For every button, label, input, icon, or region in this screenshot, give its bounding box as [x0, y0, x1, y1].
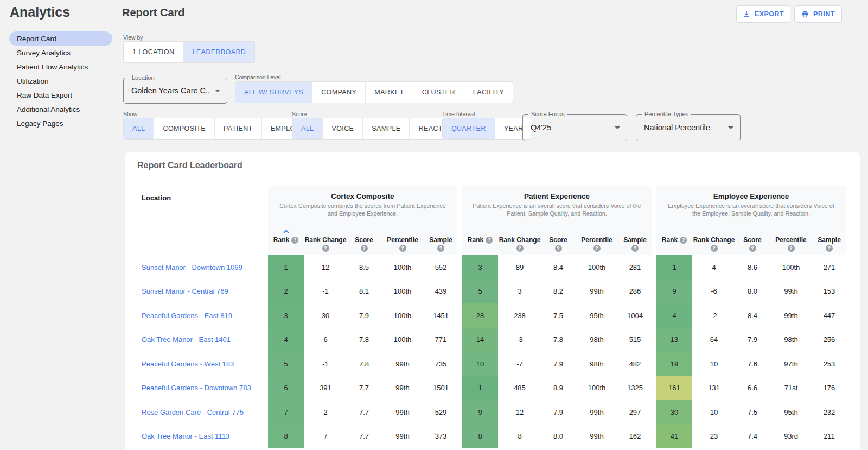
- column-header-sample[interactable]: Sample?: [618, 236, 652, 252]
- help-icon[interactable]: ?: [826, 245, 833, 252]
- cortex-group-cells: 877.799th373: [268, 424, 457, 449]
- toggle-option-all-w-surveys[interactable]: ALL W/ SURVEYS: [235, 82, 312, 103]
- help-icon[interactable]: ?: [486, 237, 493, 244]
- help-icon[interactable]: ?: [322, 245, 329, 252]
- rank-change-cell: 8: [498, 424, 541, 449]
- toggle-option-all[interactable]: ALL: [292, 118, 323, 139]
- column-header-rank-change[interactable]: Rank Change?: [692, 236, 736, 252]
- toggle-option-leaderboard[interactable]: LEADERBOARD: [183, 42, 254, 62]
- column-header-percentile[interactable]: Percentile?: [381, 236, 424, 252]
- toggle-option-patient[interactable]: PATIENT: [215, 118, 262, 139]
- rank-change-cell: 12: [304, 255, 347, 280]
- sidebar-item-additional-analytics[interactable]: Additional Analytics: [9, 102, 112, 116]
- percentile-cell: 99th: [575, 400, 618, 424]
- export-label: EXPORT: [755, 10, 784, 18]
- location-link[interactable]: Oak Tree Manor - East 1113: [142, 432, 229, 440]
- score-cell: 7.4: [736, 424, 769, 449]
- sidebar-item-report-card[interactable]: Report Card: [9, 31, 112, 46]
- toggle-option-market[interactable]: MARKET: [366, 82, 413, 103]
- toggle-option-all[interactable]: ALL: [124, 118, 154, 139]
- location-select-label: Location: [129, 74, 157, 81]
- location-select[interactable]: Location Golden Years Care C...: [123, 78, 227, 104]
- analytics-page: { "app": { "title": "Analytics" }, "side…: [0, 0, 868, 450]
- column-header-rank[interactable]: Rank?: [268, 230, 304, 252]
- toggle-option-sample[interactable]: SAMPLE: [363, 118, 410, 139]
- help-icon[interactable]: ?: [291, 237, 298, 244]
- sidebar-item-raw-data-export[interactable]: Raw Data Export: [9, 88, 112, 102]
- help-icon[interactable]: ?: [711, 245, 718, 252]
- help-icon[interactable]: ?: [749, 245, 756, 252]
- help-icon[interactable]: ?: [399, 245, 406, 252]
- column-header-text: Rank Change: [693, 236, 735, 244]
- score-cell: 8.4: [736, 303, 769, 328]
- toggle-option-1-location[interactable]: 1 LOCATION: [124, 42, 183, 62]
- rank-cell: 9: [656, 280, 692, 304]
- percentile-cell: 100th: [381, 328, 424, 352]
- help-icon[interactable]: ?: [516, 245, 524, 252]
- column-header-rank-change[interactable]: Rank Change?: [304, 236, 347, 252]
- column-header-rank[interactable]: Rank?: [462, 236, 498, 252]
- column-header-sample[interactable]: Sample?: [813, 236, 846, 252]
- location-link[interactable]: Rose Garden Care - Central 775: [142, 408, 244, 416]
- location-select-value: Golden Years Care C...: [131, 86, 210, 95]
- location-link[interactable]: Sunset Manor - Downtown 1069: [142, 263, 242, 271]
- location-link[interactable]: Oak Tree Manor - East 1401: [142, 335, 231, 344]
- export-button[interactable]: EXPORT: [736, 5, 790, 23]
- location-link[interactable]: Sunset Manor - Central 769: [142, 287, 228, 295]
- toggle-option-composite[interactable]: COMPOSITE: [154, 118, 215, 139]
- location-link[interactable]: Peaceful Gardens - East 819: [142, 312, 232, 320]
- sample-cell: 1004: [618, 303, 652, 328]
- view-by-toggle: 1 LOCATIONLEADERBOARD: [123, 41, 255, 63]
- location-cell: Oak Tree Manor - East 1113: [125, 424, 268, 449]
- column-header-score[interactable]: Score?: [541, 236, 575, 252]
- sidebar-item-legacy-pages[interactable]: Legacy Pages: [9, 116, 112, 130]
- score-focus-select[interactable]: Score Focus Q4'25: [522, 114, 627, 141]
- column-header-rank[interactable]: Rank?: [656, 236, 692, 252]
- score-cell: 7.7: [347, 424, 381, 449]
- toggle-option-voice[interactable]: VOICE: [323, 118, 363, 139]
- rank-change-cell: 64: [692, 328, 736, 352]
- print-button[interactable]: PRINT: [794, 5, 842, 23]
- rank-change-cell: 10: [692, 400, 736, 424]
- toggle-option-facility[interactable]: FACILITY: [464, 82, 513, 103]
- help-icon[interactable]: ?: [788, 245, 795, 252]
- column-header-score[interactable]: Score?: [736, 236, 769, 252]
- toggle-option-company[interactable]: COMPANY: [312, 82, 366, 103]
- score-cell: 7.8: [541, 328, 575, 352]
- group-header-patient-experience: Patient ExperiencePatient Experience is …: [462, 186, 652, 255]
- location-cell: Rose Garden Care - Central 775: [125, 400, 268, 424]
- toggle-option-cluster[interactable]: CLUSTER: [413, 82, 464, 103]
- employee-group-cells: 148.6100th271: [656, 255, 846, 280]
- toggle-option-quarter[interactable]: QUARTER: [443, 118, 495, 139]
- sidebar-item-survey-analytics[interactable]: Survey Analytics: [9, 46, 112, 60]
- rank-cell: 5: [462, 280, 498, 304]
- help-icon[interactable]: ?: [631, 245, 639, 252]
- percentile-types-select[interactable]: Percentile Types National Percentile: [636, 114, 741, 141]
- sidebar-item-patient-flow-analytics[interactable]: Patient Flow Analytics: [9, 60, 112, 74]
- column-header-score[interactable]: Score?: [347, 236, 381, 252]
- rank-cell: 3: [462, 255, 498, 280]
- rank-cell: 41: [656, 424, 692, 449]
- help-icon[interactable]: ?: [361, 245, 368, 252]
- column-header-rank-change[interactable]: Rank Change?: [498, 236, 541, 252]
- sample-cell: 1325: [618, 376, 652, 401]
- help-icon[interactable]: ?: [593, 245, 601, 252]
- location-link[interactable]: Peaceful Gardens - West 183: [142, 360, 234, 368]
- help-icon[interactable]: ?: [680, 237, 687, 244]
- column-header-sample[interactable]: Sample?: [424, 236, 457, 252]
- column-header-percentile[interactable]: Percentile?: [575, 236, 618, 252]
- sort-asc-icon[interactable]: [283, 230, 289, 233]
- location-column-header: Location: [125, 186, 268, 255]
- show-toggle: ALLCOMPOSITEPATIENTEMPLOYEE: [123, 118, 319, 140]
- sidebar-item-utilization[interactable]: Utilization: [9, 74, 112, 88]
- rank-change-cell: 89: [498, 255, 541, 280]
- patient-group-cells: 888.099th162: [462, 424, 652, 449]
- column-header-percentile[interactable]: Percentile?: [769, 236, 813, 252]
- rank-cell: 8: [268, 424, 304, 449]
- group-title: Patient Experience: [462, 192, 652, 200]
- location-link[interactable]: Peaceful Gardens - Downtown 783: [142, 384, 251, 392]
- score-cell: 8.2: [541, 280, 575, 304]
- sample-cell: 771: [424, 328, 457, 352]
- help-icon[interactable]: ?: [555, 245, 562, 252]
- help-icon[interactable]: ?: [437, 245, 444, 252]
